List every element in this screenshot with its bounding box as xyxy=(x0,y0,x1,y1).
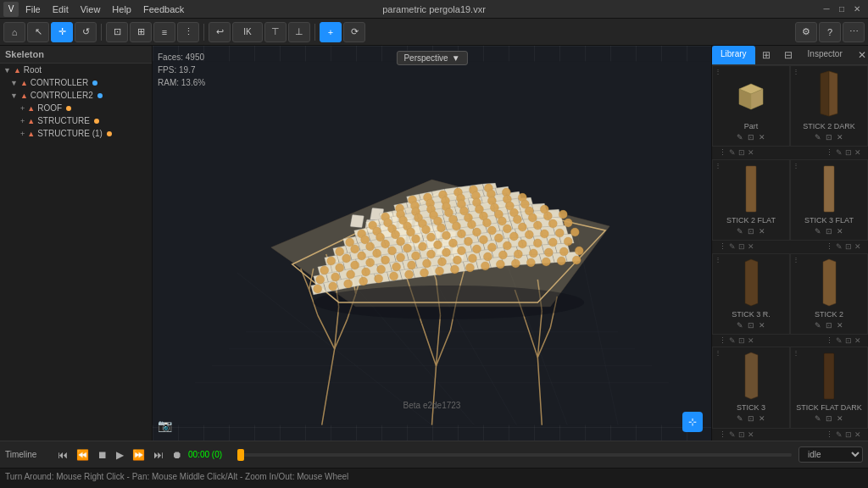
tb-move-button[interactable]: ✛ xyxy=(51,22,73,42)
lib-item-options-icon-6[interactable]: ⋮ xyxy=(793,256,799,263)
tl-play-button[interactable]: ▶ xyxy=(114,447,126,463)
lib-item-stick3r[interactable]: ⋮ STICK 3 R. ✎ ⊡ ✕ xyxy=(712,253,790,335)
tb-add-button[interactable]: + xyxy=(320,22,342,42)
tl-prev-button[interactable]: ⏪ xyxy=(74,447,92,463)
lib-act-copy[interactable]: ⊡ xyxy=(746,132,756,142)
lib-item-stickflatdark[interactable]: ⋮ STICK FLAT DARK ✎ ⊡ ✕ xyxy=(790,347,868,428)
tab-library[interactable]: Library xyxy=(712,46,755,64)
menu-help[interactable]: Help xyxy=(107,3,136,16)
lib-item-options-icon-8[interactable]: ⋮ xyxy=(793,349,799,357)
minimize-button[interactable]: ─ xyxy=(821,3,832,15)
tb-align-button[interactable]: ≡ xyxy=(153,22,175,42)
tl-skip-end-button[interactable]: ⏭ xyxy=(151,447,166,463)
lib-act-pencil[interactable]: ✎ xyxy=(735,132,745,142)
lib-item-stick2dark[interactable]: ⋮ STICK 2 DARK ✎ ⊡ ✕ xyxy=(790,65,868,147)
tl-stop-button[interactable]: ⏹ xyxy=(95,447,110,463)
lib-act-delete[interactable]: ✕ xyxy=(757,132,767,142)
tree-dot-controller xyxy=(92,80,97,86)
lib-item-options-icon-2[interactable]: ⋮ xyxy=(793,68,799,75)
tl-record-button[interactable]: ⏺ xyxy=(170,447,185,463)
lib-act-copy-8[interactable]: ⊡ xyxy=(824,413,834,424)
tree-expand-controller2[interactable]: ▼ xyxy=(10,92,18,100)
tree-expand-root[interactable]: ▼ xyxy=(3,66,11,75)
tb-refresh-button[interactable]: ⟳ xyxy=(343,22,365,42)
svg-point-305 xyxy=(564,219,572,227)
tab-inspector[interactable]: Inspector xyxy=(799,46,851,64)
tb-settings-button[interactable]: ⚙ xyxy=(795,22,817,42)
menu-feedback[interactable]: Feedback xyxy=(138,3,189,16)
tree-expand-structure[interactable]: + xyxy=(20,117,25,125)
tree-item-root[interactable]: ▼ ▲ Root xyxy=(0,64,152,76)
lib-act-pencil-5[interactable]: ✎ xyxy=(735,320,745,330)
tb-skeleton2-button[interactable]: ⊥ xyxy=(288,22,310,42)
tree-expand-roof[interactable]: + xyxy=(20,104,25,113)
lib-act-delete-5[interactable]: ✕ xyxy=(757,320,767,330)
viewport-camera-icon[interactable]: 📷 xyxy=(158,419,172,432)
svg-point-329 xyxy=(412,252,420,260)
tree-item-controller2[interactable]: ▼ ▲ CONTROLLER2 xyxy=(0,89,152,102)
lib-act-pencil-2[interactable]: ✎ xyxy=(813,132,823,142)
tree-item-roof[interactable]: + ▲ ROOF xyxy=(0,102,152,114)
tab-save-icon[interactable]: ⊟ xyxy=(777,46,799,64)
lib-act-pencil-3[interactable]: ✎ xyxy=(735,226,745,236)
tl-skip-start-button[interactable]: ⏮ xyxy=(55,447,70,463)
lib-thumb-stick2dark xyxy=(808,69,850,120)
lib-act-copy-2[interactable]: ⊡ xyxy=(824,132,834,142)
tb-cursor-button[interactable]: ↖ xyxy=(27,22,49,42)
svg-point-312 xyxy=(419,242,427,251)
tree-expand-structure1[interactable]: + xyxy=(20,130,25,138)
lib-act-delete-2[interactable]: ✕ xyxy=(835,132,845,142)
lib-item-options-icon[interactable]: ⋮ xyxy=(715,68,721,75)
tree-item-structure[interactable]: + ▲ STRUCTURE xyxy=(0,114,152,127)
tb-rotate-button[interactable]: ↺ xyxy=(75,22,97,42)
menu-edit[interactable]: Edit xyxy=(47,3,74,16)
tl-status-select[interactable]: idle playing recording xyxy=(798,446,863,463)
close-button[interactable]: ✕ xyxy=(851,3,863,15)
lib-act-pencil-7[interactable]: ✎ xyxy=(735,413,745,424)
tl-slider[interactable] xyxy=(237,453,792,457)
lib-act-delete-8[interactable]: ✕ xyxy=(835,413,845,424)
lib-item-stick2[interactable]: ⋮ STICK 2 ✎ ⊡ ✕ xyxy=(790,253,868,335)
tab-grid-icon[interactable]: ⊞ xyxy=(755,46,777,64)
viewport-navigate-icon[interactable]: ⊹ xyxy=(682,412,703,432)
lib-act-delete-6[interactable]: ✕ xyxy=(835,320,845,330)
lib-item-options-icon-5[interactable]: ⋮ xyxy=(715,256,721,263)
tab-close-icon[interactable]: ✕ xyxy=(851,46,868,64)
menu-file[interactable]: File xyxy=(20,3,46,16)
lib-item-stick2flat[interactable]: ⋮ STICK 2 FLAT ✎ ⊡ ✕ xyxy=(712,159,790,241)
viewport[interactable]: 📷 Faces: 4950 FPS: 19.7 RAM: 13.6% Persp… xyxy=(153,46,711,441)
lib-act-pencil-8[interactable]: ✎ xyxy=(813,413,823,424)
tb-help-button[interactable]: ? xyxy=(819,22,841,42)
lib-act-delete-7[interactable]: ✕ xyxy=(757,413,767,424)
tree-expand-controller[interactable]: ▼ xyxy=(10,79,18,87)
tb-grid-button[interactable]: ⊞ xyxy=(130,22,152,42)
lib-act-copy-3[interactable]: ⊡ xyxy=(746,226,756,236)
lib-act-pencil-6[interactable]: ✎ xyxy=(813,320,823,330)
tb-more-button[interactable]: ⋯ xyxy=(843,22,865,42)
lib-act-delete-3[interactable]: ✕ xyxy=(757,226,767,236)
tb-snap-button[interactable]: ⊡ xyxy=(106,22,128,42)
tb-undo-button[interactable]: ↩ xyxy=(209,22,231,42)
lib-act-copy-5[interactable]: ⊡ xyxy=(746,320,756,330)
tree-item-controller[interactable]: ▼ ▲ CONTROLLER xyxy=(0,76,152,89)
tree-item-structure1[interactable]: + ▲ STRUCTURE (1) xyxy=(0,127,152,140)
perspective-dropdown[interactable]: Perspective ▼ xyxy=(396,51,467,65)
lib-item-part[interactable]: ⋮ Part ✎ ⊡ ✕ xyxy=(712,65,790,147)
tl-next-button[interactable]: ⏩ xyxy=(130,447,147,463)
lib-item-stick3flat[interactable]: ⋮ STICK 3 FLAT ✎ ⊡ ✕ xyxy=(790,159,868,241)
lib-act-copy-6[interactable]: ⊡ xyxy=(824,320,834,330)
lib-act-copy-4[interactable]: ⊡ xyxy=(824,226,834,236)
lib-item-options-icon-7[interactable]: ⋮ xyxy=(715,349,721,357)
lib-act-copy-7[interactable]: ⊡ xyxy=(746,413,756,424)
tb-home-button[interactable]: ⌂ xyxy=(3,22,25,42)
menu-view[interactable]: View xyxy=(75,3,106,16)
lib-item-stick3[interactable]: ⋮ STICK 3 ✎ ⊡ ✕ xyxy=(712,347,790,428)
lib-act-delete-4[interactable]: ✕ xyxy=(835,226,845,236)
lib-item-options-icon-4[interactable]: ⋮ xyxy=(793,162,799,169)
tb-skeleton-button[interactable]: ⊤ xyxy=(264,22,287,42)
lib-item-options-icon-3[interactable]: ⋮ xyxy=(715,162,721,169)
lib-act-pencil-4[interactable]: ✎ xyxy=(813,226,823,236)
maximize-button[interactable]: □ xyxy=(836,3,848,15)
tb-distribute-button[interactable]: ⋮ xyxy=(177,22,199,42)
tb-ik-button[interactable]: IK xyxy=(232,22,263,42)
